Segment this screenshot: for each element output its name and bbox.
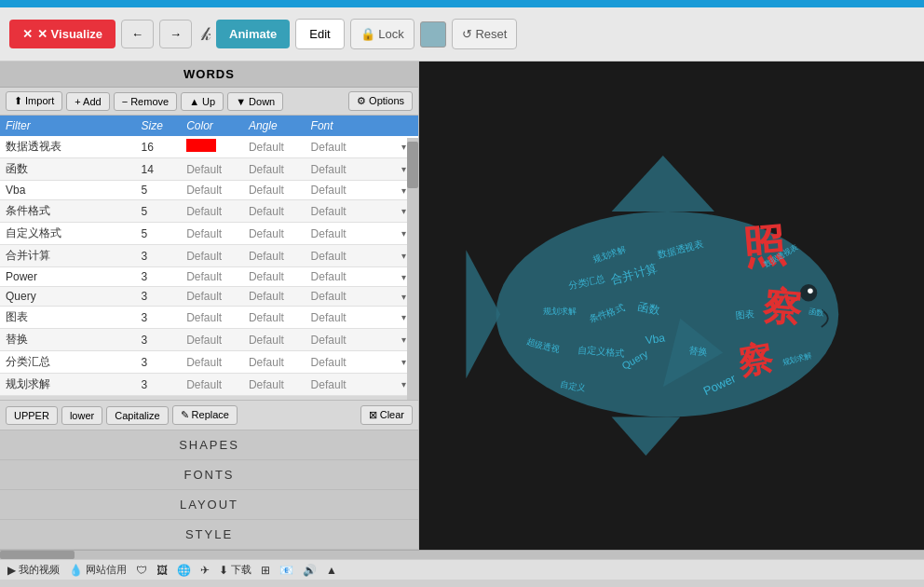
animate-button[interactable]: Animate — [216, 20, 290, 48]
svg-point-7 — [808, 289, 813, 294]
table-row[interactable]: Query3DefaultDefaultDefault▾ — [0, 287, 418, 307]
status-image[interactable]: 🖼 — [156, 564, 168, 577]
clear-button[interactable]: ⊠ Clear — [360, 405, 413, 425]
word-vba: Vba — [645, 331, 666, 347]
reset-button[interactable]: ↺ Reset — [452, 19, 518, 49]
capitalize-button[interactable]: Capitalize — [106, 406, 168, 425]
right-panel: 合并计算 函数 Vba 条件格式 自定义格式 Query Power 替换 分类… — [419, 61, 924, 550]
visualize-label: ✕ Visualize — [37, 27, 102, 41]
size-cell: 3 — [136, 351, 182, 374]
upper-button[interactable]: UPPER — [6, 406, 58, 425]
color-cell: Default — [181, 374, 243, 396]
lower-button[interactable]: lower — [61, 406, 102, 425]
angle-cell: Default — [243, 329, 306, 351]
scrollbar-thumb[interactable] — [0, 551, 75, 559]
style-section[interactable]: STYLE — [0, 520, 418, 550]
status-video[interactable]: ▶ 我的视频 — [7, 563, 60, 577]
word-cell: 函数 — [0, 158, 136, 181]
status-sound[interactable]: 🔊 — [303, 564, 317, 577]
up-button[interactable]: ▲ Up — [181, 92, 224, 111]
top-bar — [0, 0, 924, 7]
table-container: Filter Size Color Angle Font 数据透视表16Defa… — [0, 116, 418, 400]
table-header-row: Filter Size Color Angle Font — [0, 116, 418, 136]
table-row[interactable]: 自定义格式5DefaultDefaultDefault▾ — [0, 223, 418, 245]
word-cell: 规划求解 — [0, 374, 136, 396]
color-cell: Default — [181, 200, 243, 223]
word-cell: 数据透视表 — [0, 136, 136, 158]
color-cell: Default — [181, 158, 243, 181]
remove-button[interactable]: − Remove — [114, 92, 177, 111]
table-row[interactable]: Power3DefaultDefaultDefault▾ — [0, 267, 418, 287]
undo-button[interactable]: ← — [121, 20, 154, 48]
table-row[interactable]: Vba5DefaultDefaultDefault▾ — [0, 181, 418, 200]
color-swatch[interactable] — [420, 21, 446, 48]
angle-cell: Default — [243, 307, 306, 329]
wand-icon: ✕ — [22, 27, 33, 41]
size-cell: 3 — [136, 267, 182, 287]
font-cell: Default — [306, 181, 396, 200]
svg-marker-3 — [612, 156, 714, 212]
status-overflow[interactable]: ▲ — [326, 564, 337, 577]
size-cell: 3 — [136, 329, 182, 351]
add-button[interactable]: + Add — [66, 92, 109, 111]
angle-cell: Default — [243, 245, 306, 267]
left-panel: WORDS ⬆ Import + Add − Remove ▲ Up ▼ Dow… — [0, 61, 419, 550]
table-row[interactable]: 条件格式5DefaultDefaultDefault▾ — [0, 200, 418, 223]
shield-icon: 🛡 — [136, 564, 147, 577]
word-scatter5: 函数 — [808, 307, 824, 317]
bottom-toolbar: UPPER lower Capitalize ✎ Replace ⊠ Clear — [0, 400, 418, 430]
status-shield[interactable]: 🛡 — [136, 564, 147, 577]
word-cloud-svg: 合并计算 函数 Vba 条件格式 自定义格式 Query Power 替换 分类… — [419, 61, 924, 550]
table-row[interactable]: 数据透视表16DefaultDefault▾ — [0, 136, 418, 158]
angle-cell: Default — [243, 287, 306, 307]
table-row[interactable]: 分类汇总3DefaultDefaultDefault▾ — [0, 351, 418, 374]
table-row[interactable]: 替换3DefaultDefaultDefault▾ — [0, 329, 418, 351]
lock-button[interactable]: 🔒 Lock — [350, 19, 414, 49]
table-row[interactable]: 图表3DefaultDefaultDefault▾ — [0, 307, 418, 329]
font-cell: Default — [306, 307, 396, 329]
replace-button[interactable]: ✎ Replace — [172, 405, 238, 425]
status-plane[interactable]: ✈ — [200, 564, 210, 577]
status-apps[interactable]: ⊞ — [261, 564, 270, 577]
fonts-section[interactable]: FONTS — [0, 460, 418, 490]
size-cell: 3 — [136, 287, 182, 307]
redo-button[interactable]: → — [159, 20, 192, 48]
options-button[interactable]: ⚙ Options — [348, 91, 413, 111]
angle-cell: Default — [243, 158, 306, 181]
scroll-thumb[interactable] — [407, 142, 418, 188]
word-cell: Query — [0, 287, 136, 307]
header-font: Font — [306, 116, 396, 136]
status-video-text: 我的视频 — [19, 563, 60, 577]
visualize-button[interactable]: ✕ ✕ Visualize — [9, 20, 116, 48]
status-download-text: 下载 — [231, 563, 251, 577]
import-button[interactable]: ⬆ Import — [6, 91, 62, 111]
scroll-track[interactable] — [407, 138, 418, 400]
apps-icon: ⊞ — [261, 564, 270, 577]
color-cell: Default — [181, 223, 243, 245]
size-cell: 5 — [136, 223, 182, 245]
horizontal-scrollbar[interactable] — [0, 550, 924, 559]
status-download[interactable]: ⬇ 下载 — [219, 563, 251, 577]
shapes-section[interactable]: SHAPES — [0, 430, 418, 460]
header-color: Color — [181, 116, 243, 136]
table-row[interactable]: 函数14DefaultDefaultDefault▾ — [0, 158, 418, 181]
color-cell: Default — [181, 329, 243, 351]
angle-cell: Default — [243, 267, 306, 287]
status-globe[interactable]: 🌐 — [177, 564, 191, 577]
status-mail[interactable]: 📧 — [279, 564, 293, 577]
svg-marker-2 — [466, 250, 500, 378]
image-icon: 🖼 — [156, 564, 168, 577]
table-row[interactable]: 规划求解3DefaultDefaultDefault▾ — [0, 374, 418, 396]
font-cell: Default — [306, 136, 396, 158]
table-row[interactable]: 合并计算3DefaultDefaultDefault▾ — [0, 245, 418, 267]
toolbar: ✕ ✕ Visualize ← → 𝓀 Animate Edit 🔒 Lock … — [0, 7, 924, 61]
font-cell: Default — [306, 374, 396, 396]
edit-button[interactable]: Edit — [295, 19, 344, 49]
font-cell: Default — [306, 287, 396, 307]
status-credit[interactable]: 💧 网站信用 — [69, 563, 127, 577]
layout-section[interactable]: LAYOUT — [0, 490, 418, 520]
size-cell: 16 — [136, 136, 182, 158]
angle-cell: Default — [243, 351, 306, 374]
down-button[interactable]: ▼ Down — [227, 92, 283, 111]
angle-cell: Default — [243, 181, 306, 200]
